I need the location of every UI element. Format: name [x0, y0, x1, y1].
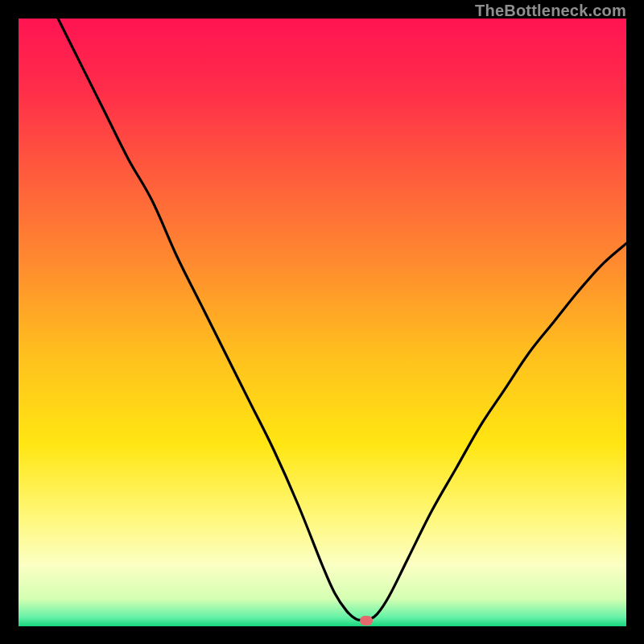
watermark-label: TheBottleneck.com: [475, 2, 626, 20]
optimal-point-marker: [360, 616, 373, 625]
curve-left-segment: [58, 19, 361, 620]
chart-frame: TheBottleneck.com: [0, 0, 644, 644]
bottleneck-curve: [19, 19, 626, 626]
curve-right-segment: [368, 243, 626, 620]
plot-area: [19, 19, 626, 626]
